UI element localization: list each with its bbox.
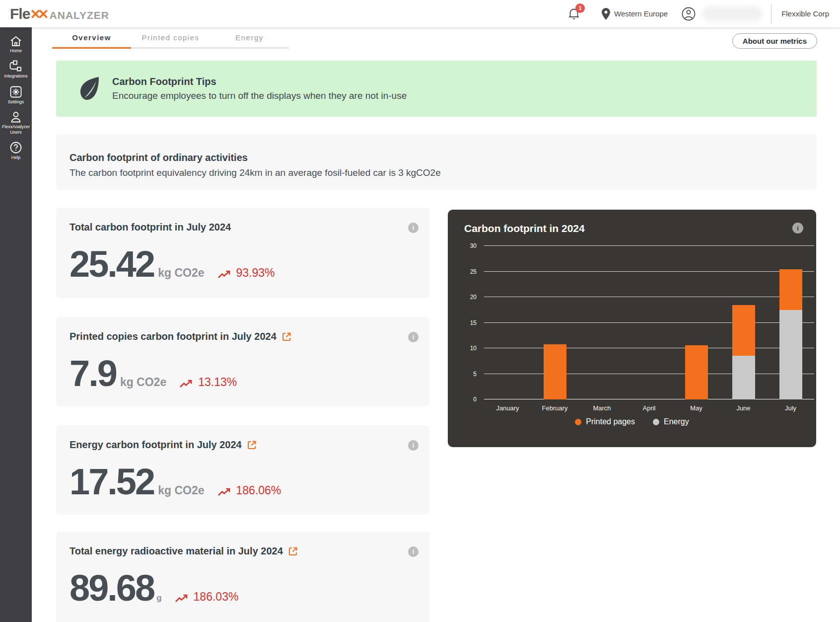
legend-label: Printed pages [586,417,635,426]
sidebar-item-home[interactable]: Home [0,32,32,57]
sidebar-item-integrations[interactable]: Integrations [0,57,32,82]
metric-value: 25.42 [70,248,154,281]
metric-value-row: 7.9 kg CO2e 13.13% [70,357,429,390]
sidebar: Home Integrations [0,27,32,622]
legend-item-energy[interactable]: Energy [653,417,689,426]
metric-title: Total energy radioactive material in Jul… [70,545,283,557]
external-link-icon[interactable] [281,332,291,342]
info-icon[interactable]: i [408,546,419,557]
metric-value: 7.9 [70,357,116,390]
chart-legend: Printed pagesEnergy [448,417,816,426]
metric-value-row: 17.52 kg CO2e 186.06% [70,466,429,499]
metric-value-row: 25.42 kg CO2e 93.93% [70,248,429,281]
chart-column-april [626,246,673,399]
sidebar-item-label: Integrations [4,74,27,79]
bar-segment-printed-pages[interactable] [732,305,755,356]
region-selector[interactable]: Western Europe [602,8,668,20]
bar-segment-printed-pages[interactable] [779,269,802,310]
region-label: Western Europe [614,9,668,18]
y-axis-tick: 30 [448,242,477,249]
bar-segment-energy[interactable] [732,356,755,399]
y-axis-tick: 10 [448,345,477,352]
x-axis-label: February [531,404,578,412]
x-axis-label: April [626,404,673,412]
metric-card-total-carbon: Total carbon footprint in July 2024 i 25… [56,208,429,298]
trend-up-icon [179,380,193,389]
sidebar-item-label: Help [11,155,21,160]
account-circle-icon [682,7,696,21]
trend-up-icon [175,594,189,603]
notification-badge: 1 [575,3,585,13]
info-icon[interactable]: i [408,440,419,451]
tab-bar: Overview Printed copies Energy [52,27,289,49]
metric-card-printed-copies: Printed copies carbon footprint in July … [56,317,429,406]
info-icon[interactable]: i [792,223,803,233]
chart-column-june [720,246,767,399]
bar-segment-printed-pages[interactable] [685,345,708,399]
chart-column-march [578,246,626,399]
y-axis-tick: 20 [448,294,477,301]
main-content: Overview Printed copies Energy About our… [32,27,840,622]
chart-column-february [531,246,578,399]
y-axis-tick: 5 [448,371,477,378]
metric-change: 13.13% [198,376,237,389]
sidebar-item-label: Home [10,48,22,54]
metric-value: 17.52 [70,466,154,499]
equivalency-card: Carbon footprint of ordinary activities … [56,134,817,190]
metric-change: 186.06% [236,484,281,497]
integrations-icon [9,60,22,72]
x-axis-label: June [720,404,767,412]
user-icon [10,111,22,123]
sidebar-item-settings[interactable]: Settings [0,82,32,108]
x-axis-label: March [578,404,626,412]
tip-texts: Carbon Footprint Tips Encourage employee… [112,76,407,101]
metric-title: Total carbon footprint in July 2024 [70,222,231,233]
metric-title: Printed copies carbon footprint in July … [70,331,277,342]
tabs-row: Overview Printed copies Energy About our… [32,27,840,50]
logo-text-analyzer: ANALYZER [50,9,109,21]
tab-energy[interactable]: Energy [210,27,289,49]
y-axis-tick: 0 [448,396,477,403]
metric-card-energy: Energy carbon footprint in July 2024 i 1… [56,425,429,515]
flexxanalyzer-logo: Fle ✕✕ ANALYZER [10,5,109,22]
logo-xx-mark: ✕✕ [30,6,45,22]
bar-segment-energy[interactable] [779,310,802,399]
header-actions: 1 Western Europe [568,0,840,27]
y-axis-tick: 25 [448,268,477,275]
home-icon [10,36,22,47]
x-axis-label: July [767,404,814,412]
external-link-icon[interactable] [288,546,298,556]
leaf-icon [78,76,101,102]
header-divider [771,4,771,24]
chart-column-may [673,246,720,399]
account-menu-button[interactable] [682,7,696,21]
metric-card-radioactive-material: Total energy radioactive material in Jul… [56,532,429,622]
equivalency-text: The carbon footprint equivalency driving… [70,167,817,178]
tab-overview[interactable]: Overview [52,27,131,49]
info-icon[interactable]: i [408,332,419,342]
notifications-button[interactable]: 1 [568,7,580,20]
about-our-metrics-button[interactable]: About our metrics [732,33,817,49]
legend-label: Energy [664,417,689,426]
metric-value-row: 89.68 g 186.03% [70,572,429,605]
sidebar-item-help[interactable]: Help [0,138,32,163]
help-icon [10,142,22,154]
info-icon[interactable]: i [408,223,419,233]
tip-text: Encourage employees to turn off the disp… [112,90,407,101]
carbon-tips-banner: Carbon Footprint Tips Encourage employee… [56,61,817,117]
external-link-icon[interactable] [247,440,257,450]
x-axis-label: January [484,404,531,412]
trend-up-icon [217,270,231,279]
legend-item-printed-pages[interactable]: Printed pages [575,417,635,426]
logo-text-fle: Fle [10,5,30,22]
sidebar-item-flexxanalyzer-users[interactable]: FlexxAnalyzer Users [0,108,32,139]
bar-segment-printed-pages[interactable] [544,344,566,399]
chart-plot [484,246,814,399]
tab-printed-copies[interactable]: Printed copies [131,27,210,49]
legend-dot [653,419,659,425]
metric-change: 93.93% [236,266,275,280]
sidebar-item-label: Settings [8,99,24,105]
metric-unit: g [156,593,161,603]
metric-unit: kg CO2e [120,376,166,389]
sidebar-item-label: FlexxAnalyzer Users [0,124,31,136]
